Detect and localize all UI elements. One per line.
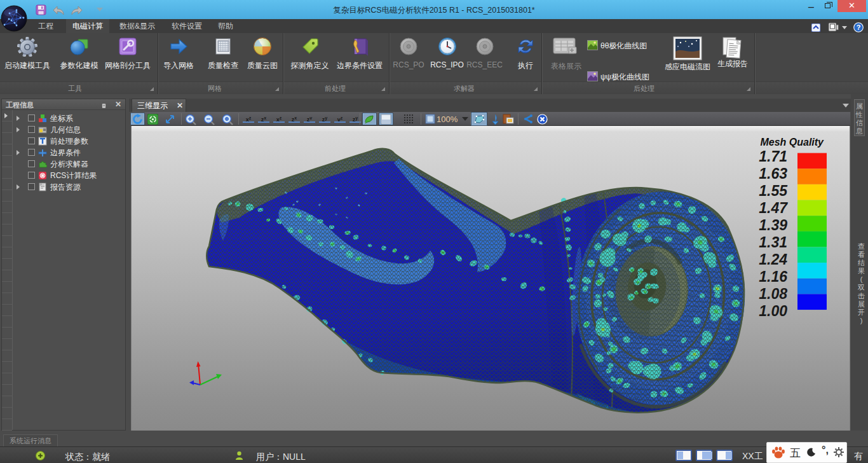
- svg-text:1.31: 1.31: [759, 234, 787, 251]
- svg-text:1.71: 1.71: [759, 148, 787, 165]
- svg-text:1.39: 1.39: [759, 217, 787, 233]
- svg-text:Mesh Quality: Mesh Quality: [760, 137, 824, 148]
- svg-text:1.47: 1.47: [759, 200, 788, 216]
- svg-text:1.63: 1.63: [759, 165, 787, 182]
- svg-text:1.16: 1.16: [759, 268, 787, 285]
- svg-text:?: ?: [857, 24, 861, 31]
- svg-text:1.08: 1.08: [759, 286, 787, 302]
- svg-text:1.24: 1.24: [759, 251, 787, 268]
- svg-text:1.55: 1.55: [759, 183, 788, 199]
- svg-text:1.00: 1.00: [759, 303, 787, 319]
